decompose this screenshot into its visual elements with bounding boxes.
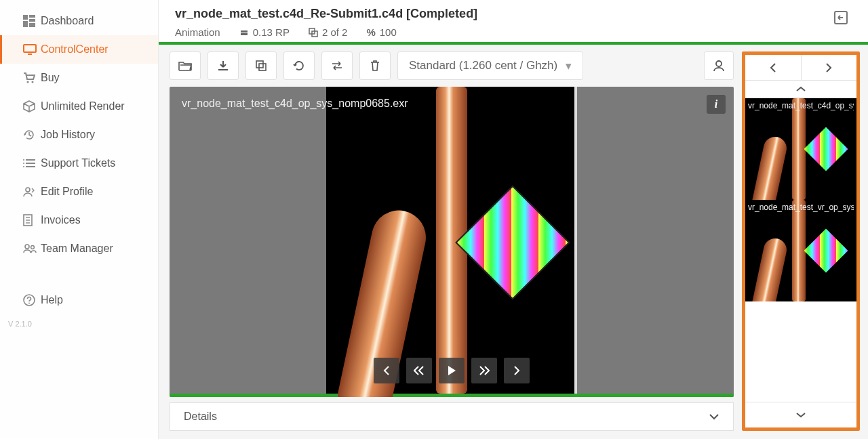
user-edit-icon (23, 186, 41, 197)
thumb-scroll-up[interactable] (745, 81, 856, 98)
info-button[interactable]: i (707, 95, 726, 114)
sidebar-item-job-history[interactable]: Job History (0, 121, 158, 149)
job-subinfo: Animation 0.13 RP 2 of 2 %100 (175, 26, 477, 38)
svg-rect-2 (29, 19, 35, 22)
job-percent: 100 (380, 26, 397, 38)
svg-point-8 (32, 81, 34, 83)
svg-rect-4 (29, 23, 35, 27)
sidebar-item-label: Job History (41, 129, 95, 141)
sidebar-item-label: Invoices (41, 214, 81, 226)
sidebar-item-help[interactable]: Help (0, 286, 158, 314)
svg-point-21 (31, 246, 35, 249)
svg-point-20 (25, 245, 29, 249)
chevron-down-icon (709, 413, 719, 420)
viewer-progress-bar (170, 394, 734, 397)
svg-point-14 (23, 166, 24, 167)
sidebar-item-support-tickets[interactable]: Support Tickets (0, 149, 158, 177)
svg-point-13 (23, 163, 24, 164)
svg-rect-24 (241, 30, 248, 33)
svg-point-12 (23, 159, 24, 161)
render-image (326, 87, 577, 394)
job-frames: 2 of 2 (322, 26, 348, 38)
swap-button[interactable] (321, 51, 353, 80)
svg-rect-5 (24, 45, 36, 52)
job-type: Animation (175, 26, 220, 38)
svg-point-15 (26, 188, 30, 192)
job-title: vr_node_mat_test.c4d_Re-Submit1.c4d [Com… (175, 7, 477, 21)
prev-frame-button[interactable] (374, 358, 399, 383)
download-button[interactable] (208, 51, 239, 80)
sidebar-item-label: Edit Profile (41, 186, 93, 198)
job-credits: 0.13 RP (253, 26, 290, 38)
invoice-icon (23, 214, 41, 226)
rewind-button[interactable] (406, 358, 432, 383)
svg-rect-0 (23, 15, 28, 20)
thumb-next-button[interactable] (801, 55, 857, 81)
sidebar-item-label: Unlimited Render (41, 100, 125, 112)
sidebar-item-unlimited-render[interactable]: Unlimited Render (0, 92, 158, 121)
sidebar-item-buy[interactable]: Buy (0, 64, 158, 92)
svg-rect-25 (241, 33, 248, 35)
user-button[interactable] (704, 51, 734, 80)
svg-point-23 (28, 303, 30, 304)
svg-point-7 (27, 81, 29, 83)
svg-rect-30 (259, 64, 266, 70)
box-icon (23, 100, 41, 112)
details-toggle[interactable]: Details (170, 402, 734, 431)
thumbnail-panel: vr_node_mat_test_c4d_op_sys_nomp0685.exr… (742, 51, 860, 431)
credits-icon (239, 28, 249, 37)
sidebar-item-label: Help (41, 294, 63, 306)
monitor-icon (23, 44, 41, 55)
svg-rect-1 (29, 15, 35, 18)
sidebar-item-invoices[interactable]: Invoices (0, 206, 158, 234)
sidebar-item-label: Team Manager (41, 243, 113, 255)
next-frame-button[interactable] (504, 358, 530, 383)
frames-icon (309, 28, 318, 37)
history-icon (23, 129, 41, 141)
progress-bar (159, 42, 868, 45)
playback-controls (374, 358, 530, 383)
sidebar-item-label: Buy (41, 72, 60, 84)
thumbnail-name: vr_node_mat_test_c4d_op_sys_nomp0685.exr (748, 101, 854, 110)
toolbar: Standard (1.260 cent / Ghzh) ▾ (170, 51, 734, 80)
thumbnail-item[interactable]: vr_node_mat_test_vr_op_sys_nomp0685.exr (745, 200, 856, 301)
renderer-select-value: Standard (1.260 cent / Ghzh) (409, 59, 557, 72)
frame-filename: vr_node_mat_test_c4d_op_sys_nomp0685.exr (182, 98, 408, 110)
thumbnail-item[interactable]: vr_node_mat_test_c4d_op_sys_nomp0685.exr (745, 98, 856, 200)
percent-icon: % (366, 26, 375, 38)
sidebar-item-team-manager[interactable]: Team Manager (0, 234, 158, 263)
frame-viewer: vr_node_mat_test_c4d_op_sys_nomp0685.exr… (170, 87, 734, 397)
refresh-button[interactable] (283, 51, 315, 80)
sidebar-item-label: Dashboard (41, 15, 94, 27)
open-folder-button[interactable] (170, 51, 201, 80)
fast-forward-button[interactable] (471, 358, 497, 383)
team-icon (23, 244, 41, 253)
thumb-scroll-down[interactable] (745, 402, 856, 427)
play-button[interactable] (439, 358, 465, 383)
sidebar-item-edit-profile[interactable]: Edit Profile (0, 177, 158, 206)
svg-point-31 (716, 61, 722, 66)
svg-rect-3 (23, 21, 28, 27)
sidebar-item-label: ControlCenter (41, 43, 108, 56)
details-label: Details (184, 411, 217, 423)
list-icon (23, 159, 41, 168)
copy-button[interactable] (245, 51, 277, 80)
renderer-select[interactable]: Standard (1.260 cent / Ghzh) ▾ (397, 51, 583, 80)
sidebar-item-label: Support Tickets (41, 157, 115, 169)
chevron-down-icon: ▾ (566, 59, 572, 73)
sidebar: Dashboard ControlCenter Buy Unlimited Re… (0, 0, 159, 439)
help-icon (23, 294, 41, 306)
cart-icon (23, 72, 41, 83)
svg-rect-29 (256, 61, 263, 68)
version-label: V 2.1.0 (0, 314, 158, 333)
exit-button[interactable] (830, 7, 852, 28)
thumb-prev-button[interactable] (745, 55, 801, 81)
dashboard-icon (23, 15, 41, 27)
main-panel: vr_node_mat_test.c4d_Re-Submit1.c4d [Com… (159, 0, 868, 439)
sidebar-item-dashboard[interactable]: Dashboard (0, 7, 158, 35)
titlebar: vr_node_mat_test.c4d_Re-Submit1.c4d [Com… (159, 0, 868, 42)
thumbnail-name: vr_node_mat_test_vr_op_sys_nomp0685.exr (748, 203, 854, 212)
delete-button[interactable] (359, 51, 391, 80)
sidebar-item-controlcenter[interactable]: ControlCenter (0, 35, 158, 64)
